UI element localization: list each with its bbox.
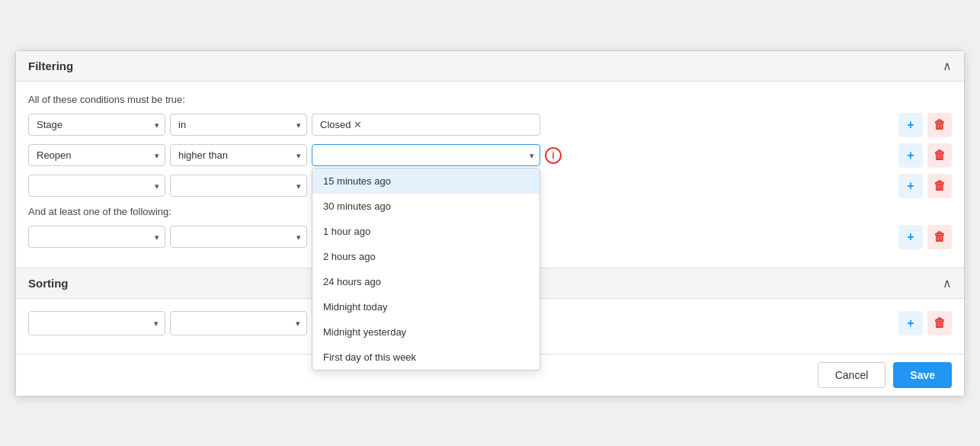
- dropdown-item-5[interactable]: Midnight today: [312, 294, 540, 319]
- at-least-row-actions: + 🗑: [898, 225, 952, 249]
- operator-field-wrapper-2: higher than: [170, 144, 307, 166]
- plus-icon-1: +: [907, 118, 914, 132]
- dropdown-item-7[interactable]: First day of this week: [312, 345, 540, 370]
- dropdown-item-1[interactable]: 30 minutes ago: [312, 194, 540, 219]
- time-dropdown-menu: 15 minutes ago 30 minutes ago 1 hour ago…: [312, 168, 540, 371]
- empty-operator-select-1[interactable]: [170, 175, 307, 197]
- at-least-delete-button[interactable]: 🗑: [927, 225, 952, 249]
- trash-icon-1: 🗑: [934, 118, 946, 132]
- closed-tag: Closed ✕: [320, 119, 362, 130]
- conditions-label: All of these conditions must be true:: [28, 94, 952, 105]
- save-button[interactable]: Save: [893, 362, 952, 388]
- row-2-delete-button[interactable]: 🗑: [927, 143, 952, 168]
- operator-field-wrapper-1: in: [170, 114, 307, 136]
- row-2-actions: + 🗑: [898, 143, 952, 168]
- info-icon-text: i: [552, 150, 554, 161]
- sorting-row-actions: + 🗑: [898, 311, 952, 335]
- plus-icon-2: +: [907, 149, 914, 162]
- sorting-collapse-icon[interactable]: ∧: [943, 276, 952, 290]
- row-2-add-button[interactable]: +: [898, 143, 923, 168]
- sorting-title: Sorting: [28, 277, 69, 290]
- at-least-operator-select[interactable]: [170, 226, 307, 248]
- operator-field-select-1[interactable]: in: [170, 114, 307, 136]
- trash-icon-2: 🗑: [934, 149, 946, 162]
- dropdown-item-0[interactable]: 15 minutes ago: [312, 168, 540, 194]
- sorting-caret-1: ▾: [154, 318, 159, 328]
- filtering-header: Filtering ∧: [16, 51, 964, 82]
- closed-tag-remove[interactable]: ✕: [354, 119, 362, 130]
- plus-icon-al: +: [907, 230, 914, 244]
- empty-field-wrapper-1: [28, 175, 165, 197]
- dropdown-item-6[interactable]: Midnight yesterday: [312, 319, 540, 345]
- closed-value-field: Closed ✕: [312, 114, 540, 136]
- filtering-body: All of these conditions must be true: St…: [16, 82, 964, 268]
- stage-field-select[interactable]: Stage: [28, 114, 165, 136]
- row-1-actions: + 🗑: [898, 113, 952, 137]
- info-icon-row2[interactable]: i: [545, 147, 562, 164]
- filtering-title: Filtering: [28, 59, 73, 72]
- dropdown-item-4[interactable]: 24 hours ago: [312, 269, 540, 294]
- reopen-field-select[interactable]: Reopen: [28, 144, 165, 166]
- row-3-delete-button[interactable]: 🗑: [927, 174, 952, 198]
- time-dropdown-list: 15 minutes ago 30 minutes ago 1 hour ago…: [312, 168, 540, 370]
- plus-icon-sort: +: [907, 316, 914, 330]
- stage-field-wrapper: Stage: [28, 114, 165, 136]
- row-3-add-button[interactable]: +: [898, 174, 923, 198]
- row-1-delete-button[interactable]: 🗑: [927, 113, 952, 137]
- filtering-collapse-icon[interactable]: ∧: [943, 59, 952, 73]
- at-least-field-select[interactable]: [28, 226, 165, 248]
- filter-row-2: Reopen higher than ▾ 15 minutes ago 30 m…: [28, 143, 952, 168]
- at-least-field-wrapper: [28, 226, 165, 248]
- sorting-operator-empty: ▾: [170, 311, 307, 335]
- row-3-actions: + 🗑: [898, 174, 952, 198]
- at-least-add-button[interactable]: +: [898, 225, 923, 249]
- at-least-operator-wrapper: [170, 226, 307, 248]
- empty-operator-wrapper-1: [170, 175, 307, 197]
- operator-field-select-2[interactable]: higher than: [170, 144, 307, 166]
- sorting-add-button[interactable]: +: [898, 311, 923, 335]
- filter-row-1: Stage in Closed ✕ + 🗑: [28, 113, 952, 137]
- plus-icon-3: +: [907, 179, 914, 193]
- sorting-field-empty: ▾: [28, 311, 165, 335]
- trash-icon-3: 🗑: [934, 179, 946, 193]
- sorting-delete-button[interactable]: 🗑: [927, 311, 952, 335]
- value-input-2[interactable]: [312, 144, 540, 166]
- value-field-wrapper-2: ▾ 15 minutes ago 30 minutes ago 1 hour a…: [312, 144, 540, 166]
- trash-icon-sort: 🗑: [934, 316, 946, 330]
- sorting-caret-2: ▾: [296, 318, 300, 328]
- trash-icon-al: 🗑: [934, 230, 946, 244]
- reopen-field-wrapper: Reopen: [28, 144, 165, 166]
- modal-container: Filtering ∧ All of these conditions must…: [15, 50, 965, 396]
- empty-field-select-1[interactable]: [28, 175, 165, 197]
- closed-tag-text: Closed: [320, 119, 351, 130]
- dropdown-item-3[interactable]: 2 hours ago: [312, 244, 540, 269]
- row-1-add-button[interactable]: +: [898, 113, 923, 137]
- dropdown-item-2[interactable]: 1 hour ago: [312, 219, 540, 244]
- cancel-button[interactable]: Cancel: [818, 362, 886, 388]
